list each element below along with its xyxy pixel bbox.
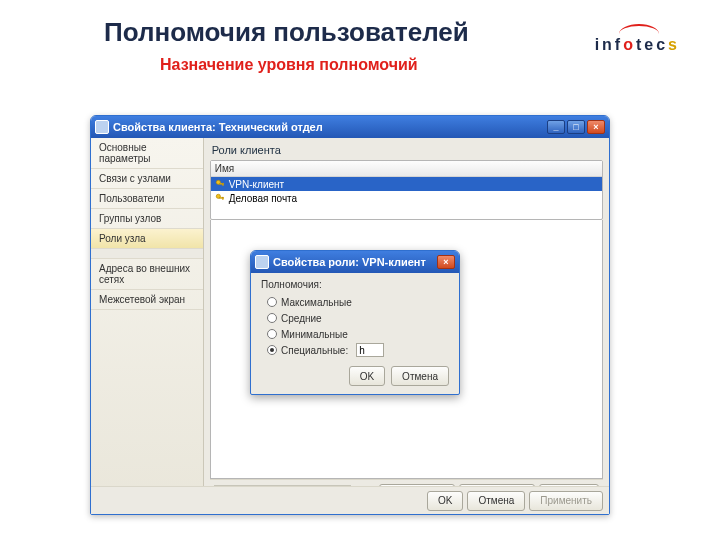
sidebar: Основные параметры Связи с узлами Пользо… <box>91 138 204 514</box>
cancel-button[interactable]: Отмена <box>391 366 449 386</box>
key-icon <box>215 179 225 189</box>
radio-icon[interactable] <box>267 345 277 355</box>
dialog-title: Свойства роли: VPN-клиент <box>273 256 426 268</box>
window-titlebar[interactable]: Свойства клиента: Технический отдел _ □ … <box>91 116 609 138</box>
sidebar-item-ext-addresses[interactable]: Адреса во внешних сетях <box>91 259 203 290</box>
radio-icon[interactable] <box>267 313 277 323</box>
app-icon <box>95 120 109 134</box>
logo-arc-icon <box>619 24 659 34</box>
dialog-titlebar[interactable]: Свойства роли: VPN-клиент × <box>251 251 459 273</box>
cancel-button[interactable]: Отмена <box>467 491 525 511</box>
maximize-button[interactable]: □ <box>567 120 585 134</box>
roles-listbox[interactable]: Имя VPN-клиент Деловая почта <box>210 160 603 220</box>
sidebar-item-node-groups[interactable]: Группы узлов <box>91 209 203 229</box>
close-button[interactable]: × <box>587 120 605 134</box>
sidebar-item-users[interactable]: Пользователи <box>91 189 203 209</box>
page-title: Полномочия пользователей <box>104 18 469 48</box>
sidebar-item-main-params[interactable]: Основные параметры <box>91 138 203 169</box>
radio-option-special[interactable]: Специальные: <box>267 342 449 358</box>
list-item[interactable]: Деловая почта <box>211 191 602 205</box>
apply-button[interactable]: Применить <box>529 491 603 511</box>
ok-button[interactable]: OK <box>427 491 463 511</box>
app-icon <box>255 255 269 269</box>
page-subtitle: Назначение уровня полномочий <box>160 55 418 74</box>
list-item-label: Деловая почта <box>229 193 297 204</box>
permissions-label: Полномочия: <box>261 279 449 290</box>
window-title: Свойства клиента: Технический отдел <box>113 121 323 133</box>
roles-panel-label: Роли клиента <box>212 144 603 156</box>
svg-rect-5 <box>222 197 223 200</box>
radio-option-medium[interactable]: Средние <box>267 310 449 326</box>
radio-icon[interactable] <box>267 329 277 339</box>
brand-logo: infotecs <box>595 24 680 54</box>
radio-label: Максимальные <box>281 297 352 308</box>
roles-list-header[interactable]: Имя <box>211 161 602 177</box>
svg-rect-2 <box>222 183 223 186</box>
radio-icon[interactable] <box>267 297 277 307</box>
close-button[interactable]: × <box>437 255 455 269</box>
role-properties-dialog: Свойства роли: VPN-клиент × Полномочия: … <box>250 250 460 395</box>
window-footer: OK Отмена Применить <box>91 486 609 514</box>
special-value-input[interactable] <box>356 343 384 357</box>
sidebar-item-node-links[interactable]: Связи с узлами <box>91 169 203 189</box>
radio-option-max[interactable]: Максимальные <box>267 294 449 310</box>
sidebar-item-node-roles[interactable]: Роли узла <box>91 229 203 249</box>
key-icon <box>215 193 225 203</box>
list-item-label: VPN-клиент <box>229 179 284 190</box>
minimize-button[interactable]: _ <box>547 120 565 134</box>
radio-label: Средние <box>281 313 322 324</box>
sidebar-item-firewall[interactable]: Межсетевой экран <box>91 290 203 310</box>
radio-option-min[interactable]: Минимальные <box>267 326 449 342</box>
radio-label: Минимальные <box>281 329 348 340</box>
list-item[interactable]: VPN-клиент <box>211 177 602 191</box>
radio-label: Специальные: <box>281 345 348 356</box>
sidebar-gap <box>91 249 203 259</box>
ok-button[interactable]: OK <box>349 366 385 386</box>
